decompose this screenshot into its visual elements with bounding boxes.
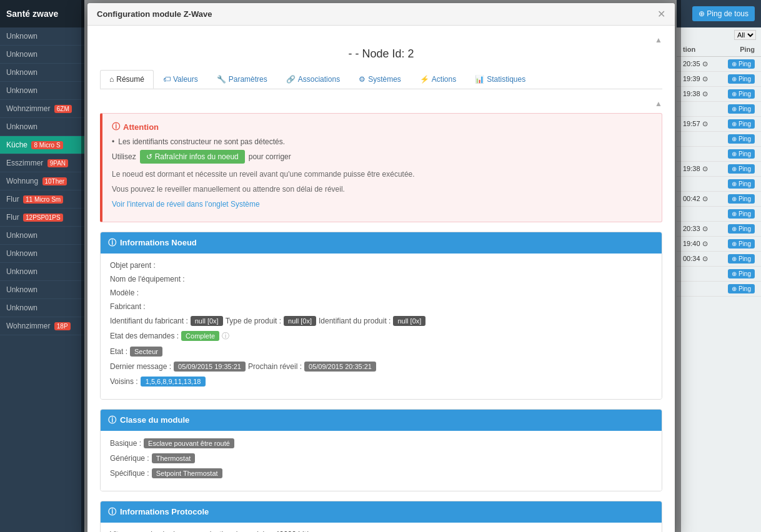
info-row-objet: Objet parent : xyxy=(110,261,652,270)
link-icon: 🔗 xyxy=(286,75,296,84)
badge-9: 11 Micro Sm xyxy=(23,195,63,204)
right-panel: ⊕ Ping de tous All tion Ping 20:35 ⊙ ⊕ P… xyxy=(677,0,761,532)
info-noeud-icon: ⓘ xyxy=(108,237,116,249)
sidebar-item-14[interactable]: Unknown xyxy=(0,281,84,299)
refresh-infos-button[interactable]: ↺ Rafraîchir infos du noeud xyxy=(140,150,245,164)
basique-badge: Esclave pouvant être routé xyxy=(144,438,234,448)
ping-button-6[interactable]: ⊕ Ping xyxy=(728,149,755,159)
sidebar-item-11[interactable]: Unknown xyxy=(0,227,84,245)
info-row-vitesse: Vitesse maximale de communication du mod… xyxy=(110,530,652,532)
ping-button-5[interactable]: ⊕ Ping xyxy=(728,134,755,144)
info-row-fabricant: Fabricant : xyxy=(110,302,652,311)
ping-button-13[interactable]: ⊕ Ping xyxy=(728,254,755,264)
sidebar-item-12[interactable]: Unknown xyxy=(0,245,84,263)
ping-button-10[interactable]: ⊕ Ping xyxy=(728,209,755,219)
info-row-generique: Générique : Thermostat xyxy=(110,453,652,463)
ping-button-0[interactable]: ⊕ Ping xyxy=(728,59,755,69)
tab-systemes[interactable]: ⚙ Systèmes xyxy=(349,70,410,89)
right-row-1: 19:39 ⊙ ⊕ Ping xyxy=(677,72,761,87)
tab-valeurs[interactable]: 🏷 Valeurs xyxy=(154,70,207,89)
sidebar-item-3[interactable]: Unknown xyxy=(0,82,84,100)
right-row-13: 00:34 ⊙ ⊕ Ping xyxy=(677,252,761,267)
type-produit-badge: null [0x] xyxy=(284,316,316,326)
scroll-up-icon[interactable]: ▲ xyxy=(655,36,662,44)
section-info-noeud: ⓘ Informations Noeud Objet parent : Nom … xyxy=(100,232,662,400)
sidebar-header: Santé zwave xyxy=(0,0,84,27)
alert-body: • Les identifiants constructeur ne sont … xyxy=(112,137,652,211)
alert-wake-text: Le noeud est dormant et nécessite un rev… xyxy=(112,169,652,211)
right-row-0: 20:35 ⊙ ⊕ Ping xyxy=(677,57,761,72)
right-row-8: ⊕ Ping xyxy=(677,177,761,192)
ping-button-4[interactable]: ⊕ Ping xyxy=(728,119,755,129)
right-row-3: ⊕ Ping xyxy=(677,102,761,117)
right-row-6: ⊕ Ping xyxy=(677,147,761,162)
etat-badge: Secteur xyxy=(130,347,162,357)
sidebar-item-2[interactable]: Unknown xyxy=(0,64,84,82)
sidebar-item-5[interactable]: Unknown xyxy=(0,118,84,136)
right-col-headers: tion Ping xyxy=(677,42,761,57)
right-row-11: 20:33 ⊙ ⊕ Ping xyxy=(677,222,761,237)
ping-button-9[interactable]: ⊕ Ping xyxy=(728,194,755,204)
sidebar-item-0[interactable]: Unknown xyxy=(0,27,84,46)
sidebar-item-7[interactable]: Esszimmer 9PAN xyxy=(0,154,84,172)
tab-resume[interactable]: ⌂ Résumé xyxy=(100,70,154,89)
right-row-9: 00:42 ⊙ ⊕ Ping xyxy=(677,192,761,207)
systeme-link[interactable]: Voir l'interval de réveil dans l'onglet … xyxy=(112,200,260,209)
bullet-icon: • xyxy=(112,137,114,146)
modal-close-button[interactable]: ✕ xyxy=(657,8,665,20)
etat-demandes-info-icon: ⓘ xyxy=(222,331,229,342)
tab-actions[interactable]: ⚡ Actions xyxy=(410,70,465,89)
bar-chart-icon: 📊 xyxy=(475,75,484,84)
section-info-protocole-body: Vitesse maximale de communication du mod… xyxy=(101,523,662,532)
right-row-14: ⊕ Ping xyxy=(677,267,761,282)
node-title: - - Node Id: 2 xyxy=(100,47,662,61)
ping-button-8[interactable]: ⊕ Ping xyxy=(728,179,755,189)
badge-7: 9PAN xyxy=(47,159,68,167)
right-row-7: 19:38 ⊙ ⊕ Ping xyxy=(677,162,761,177)
tab-associations[interactable]: 🔗 Associations xyxy=(277,70,349,89)
section-info-noeud-body: Objet parent : Nom de l'équipement : Mod… xyxy=(101,254,662,399)
badge-8: 10Ther xyxy=(42,177,67,185)
sidebar-item-15[interactable]: Unknown xyxy=(0,299,84,317)
alert-attention: ⓘ Attention • Les identifiants construct… xyxy=(100,113,662,222)
info-row-nom: Nom de l'équipement : xyxy=(110,275,652,283)
sidebar-item-1[interactable]: Unknown xyxy=(0,46,84,64)
specifique-badge: Setpoint Thermostat xyxy=(152,468,222,478)
sidebar-item-10[interactable]: Flur 12PSP01PS xyxy=(0,209,84,227)
info-row-basique: Basique : Esclave pouvant être routé xyxy=(110,438,652,448)
flash-icon: ⚡ xyxy=(420,75,429,84)
ping-button-2[interactable]: ⊕ Ping xyxy=(728,89,755,99)
alert-line-2: Utilisez ↺ Rafraîchir infos du noeud pou… xyxy=(112,150,652,164)
right-row-4: 19:57 ⊙ ⊕ Ping xyxy=(677,117,761,132)
tab-parametres[interactable]: 🔧 Paramètres xyxy=(207,70,277,89)
info-row-etat-demandes: Etat des demandes : Complete ⓘ xyxy=(110,331,652,342)
sidebar-item-16[interactable]: Wohnzimmer 18P xyxy=(0,317,84,335)
ping-button-11[interactable]: ⊕ Ping xyxy=(728,224,755,234)
ping-button-12[interactable]: ⊕ Ping xyxy=(728,239,755,249)
tab-statistiques[interactable]: 📊 Statistiques xyxy=(465,70,535,89)
ping-tous-button[interactable]: ⊕ Ping de tous xyxy=(692,6,755,21)
cog-icon: ⚙ xyxy=(359,75,366,84)
info-row-messages: Dernier message : 05/09/2015 19:35:21 Pr… xyxy=(110,362,652,372)
sidebar-item-6[interactable]: Küche 8 Micro S xyxy=(0,136,84,154)
modal-dialog: Configuration module Z-Wave ✕ ▲ - - Node… xyxy=(87,3,675,532)
sidebar-item-8[interactable]: Wohnung 10Ther xyxy=(0,172,84,190)
modal-body: ▲ - - Node Id: 2 ⌂ Résumé 🏷 Valeurs 🔧 Pa… xyxy=(87,26,675,532)
ping-button-7[interactable]: ⊕ Ping xyxy=(728,164,755,174)
wrench-icon: 🔧 xyxy=(217,75,226,84)
badge-10: 12PSP01PS xyxy=(23,214,63,222)
sidebar-item-4[interactable]: Wohnzimmer 6ZM xyxy=(0,100,84,118)
section-classe-module-header: ⓘ Classe du module xyxy=(101,410,662,431)
ping-button-14[interactable]: ⊕ Ping xyxy=(728,269,755,278)
sidebar-item-9[interactable]: Flur 11 Micro Sm xyxy=(0,190,84,209)
ping-button-1[interactable]: ⊕ Ping xyxy=(728,74,755,84)
id-produit-badge: null [0x] xyxy=(393,316,425,326)
ping-button-3[interactable]: ⊕ Ping xyxy=(728,104,755,114)
section-info-protocole: ⓘ Informations Protocole Vitesse maximal… xyxy=(100,501,662,532)
tab-bar: ⌂ Résumé 🏷 Valeurs 🔧 Paramètres 🔗 Associ… xyxy=(100,70,662,89)
sidebar-item-13[interactable]: Unknown xyxy=(0,263,84,281)
home-icon: ⌂ xyxy=(109,75,114,84)
ping-select[interactable]: All xyxy=(734,30,756,40)
ping-button-15[interactable]: ⊕ Ping xyxy=(728,284,755,293)
etat-demandes-badge: Complete xyxy=(181,331,219,341)
